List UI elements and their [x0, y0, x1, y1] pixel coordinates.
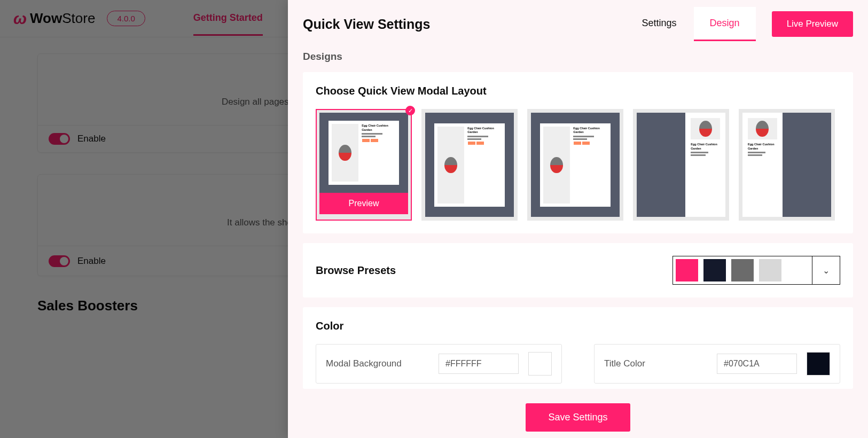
title-color-label: Title Color — [604, 358, 707, 369]
tab-design[interactable]: Design — [694, 7, 756, 41]
modal-bg-label: Modal Background — [326, 358, 429, 369]
modal-bg-field: Modal Background — [316, 344, 562, 384]
designs-heading: Designs — [303, 37, 853, 72]
save-bar: Save Settings — [288, 397, 868, 438]
layout-option-5[interactable]: Egg Chair Cushion Garden — [739, 109, 835, 221]
color-section-title: Color — [316, 320, 840, 332]
quick-view-settings-panel: Quick View Settings Settings Design Live… — [288, 0, 868, 438]
layout-option-2[interactable]: Egg Chair Cushion Garden — [421, 109, 518, 221]
save-settings-button[interactable]: Save Settings — [526, 403, 630, 432]
choose-layout-title: Choose Quick View Modal Layout — [316, 85, 840, 97]
preset-swatch-3[interactable] — [731, 259, 754, 281]
preset-expand-button[interactable]: ⌄ — [812, 256, 840, 284]
browse-presets-title: Browse Presets — [316, 264, 396, 277]
title-color-swatch[interactable] — [807, 352, 830, 376]
title-color-input[interactable] — [717, 354, 797, 374]
preset-swatch-4[interactable] — [759, 259, 781, 281]
layouts-card: Choose Quick View Modal Layout ✓ Egg Cha… — [303, 72, 853, 233]
browse-presets-card: Browse Presets ⌄ — [303, 243, 853, 298]
title-color-field: Title Color — [594, 344, 840, 384]
chevron-down-icon: ⌄ — [823, 265, 830, 276]
live-preview-button[interactable]: Live Preview — [772, 11, 853, 37]
preset-swatch-5[interactable] — [787, 259, 809, 281]
layout-option-1[interactable]: ✓ Egg Chair Cushion Garden Preview — [316, 109, 412, 221]
layout-option-4[interactable]: Egg Chair Cushion Garden — [633, 109, 729, 221]
tab-settings[interactable]: Settings — [626, 7, 693, 41]
panel-header: Quick View Settings Settings Design Live… — [288, 0, 868, 37]
modal-bg-swatch[interactable] — [528, 352, 552, 376]
layout-preview-label: Preview — [319, 193, 408, 214]
color-card: Color Modal Background Title Color — [303, 307, 853, 389]
layout-option-3[interactable]: Egg Chair Cushion Garden — [527, 109, 623, 221]
modal-bg-input[interactable] — [439, 354, 519, 374]
panel-title: Quick View Settings — [303, 17, 431, 32]
check-icon: ✓ — [405, 106, 415, 115]
preset-swatch-2[interactable] — [703, 259, 726, 281]
preset-swatches: ⌄ — [672, 256, 840, 285]
preset-swatch-1[interactable] — [676, 259, 698, 281]
